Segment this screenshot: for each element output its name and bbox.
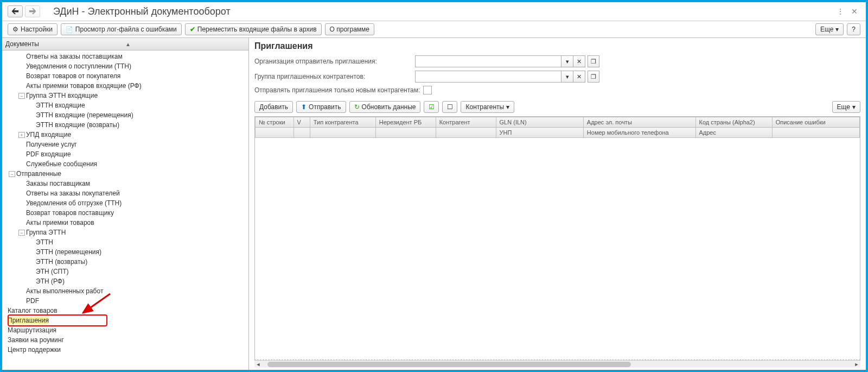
column-subheader[interactable]: [293, 128, 310, 138]
tree-item[interactable]: +УПД входящие: [2, 130, 248, 140]
kebab-icon[interactable]: ⋮: [834, 5, 846, 17]
tree-item[interactable]: Акты выполненных работ: [2, 286, 248, 296]
column-subheader[interactable]: [310, 128, 375, 138]
tree-item-label: ЭТТН входящие: [36, 102, 85, 109]
tree-item[interactable]: Возврат товаров поставщику: [2, 208, 248, 218]
dropdown-icon[interactable]: ▾: [561, 71, 573, 83]
group-input[interactable]: [415, 71, 561, 83]
main-panel: Приглашения Организация отправитель приг…: [249, 38, 866, 370]
tree-item-label: Группа ЭТТН: [26, 229, 66, 236]
column-header[interactable]: № строки: [256, 117, 294, 128]
send-button[interactable]: ⬆Отправить: [296, 101, 346, 113]
tree-item[interactable]: Каталог товаров: [2, 306, 248, 316]
tree-item[interactable]: ЭТТН входящие: [2, 100, 248, 110]
column-header[interactable]: Тип контрагента: [310, 117, 375, 128]
tree-item-label: Служебные сообщения: [26, 160, 97, 168]
tree-item-label: Заявки на роуминг: [8, 336, 64, 344]
add-button[interactable]: Добавить: [254, 101, 293, 113]
tree-item[interactable]: Возврат товаров от покупателя: [2, 71, 248, 81]
refresh-button[interactable]: ↻Обновить данные: [349, 101, 421, 113]
group-label: Группа приглашенных контратентов:: [254, 73, 412, 80]
tree-item[interactable]: ЭТН (РФ): [2, 276, 248, 286]
column-header[interactable]: Контрагент: [436, 117, 496, 128]
column-subheader[interactable]: [375, 128, 436, 138]
tree-item-label: Центр поддержки: [8, 346, 61, 354]
tree-item[interactable]: Акты приемки товаров входящие (РФ): [2, 81, 248, 91]
refresh-icon: ↻: [354, 103, 360, 111]
tree-item[interactable]: Заказы поставщикам: [2, 179, 248, 188]
tree-item-label: ЭТТН входящие (перемещения): [36, 111, 133, 119]
sender-org-input[interactable]: [415, 55, 561, 67]
tree-item[interactable]: Ответы на заказы поставщикам: [2, 52, 248, 61]
expander-icon[interactable]: −: [18, 230, 25, 236]
column-header[interactable]: Нерезидент РБ: [375, 117, 436, 128]
expander-icon[interactable]: −: [18, 93, 25, 99]
more-actions-button[interactable]: Еще ▾: [832, 101, 860, 113]
tree-item[interactable]: Центр поддержки: [2, 345, 248, 355]
nav-forward-button[interactable]: 🡲: [25, 5, 40, 17]
tree-item[interactable]: Получение услуг: [2, 140, 248, 149]
select-all-button[interactable]: ☑: [424, 101, 439, 113]
dropdown-icon[interactable]: ▾: [561, 55, 573, 67]
tree-item[interactable]: −Группа ЭТТН входящие: [2, 91, 248, 100]
tree-item[interactable]: ЭТТН (перемещения): [2, 247, 248, 257]
archive-button[interactable]: ✔Переместить входящие файлы в архив: [185, 23, 322, 35]
upload-icon: ⬆: [301, 103, 307, 111]
column-subheader[interactable]: [256, 128, 294, 138]
tree-item[interactable]: ЭТТН: [2, 237, 248, 247]
tree-item[interactable]: ЭТТН входящие (возвраты): [2, 120, 248, 130]
tree-item-label: PDF входящие: [26, 150, 71, 158]
tree-item[interactable]: Акты приемки товаров: [2, 218, 248, 228]
tree-item[interactable]: Ответы на заказы покупателей: [2, 188, 248, 198]
column-header[interactable]: Код страны (Alpha2): [695, 117, 772, 128]
tree-item-label: ЭТТН (перемещения): [36, 248, 101, 256]
sidebar-header[interactable]: Документы ▲: [2, 38, 248, 51]
tree-item[interactable]: PDF: [2, 296, 248, 306]
column-header[interactable]: V: [293, 117, 310, 128]
tree-item[interactable]: ЭТН (СПТ): [2, 267, 248, 276]
settings-button[interactable]: Настройки: [8, 23, 58, 35]
column-subheader[interactable]: УНП: [496, 128, 583, 138]
column-subheader[interactable]: [436, 128, 496, 138]
tree-item-label: ЭТТН: [36, 238, 53, 246]
document-tree[interactable]: Ответы на заказы поставщикамУведомления …: [2, 51, 248, 370]
clear-icon[interactable]: ✕: [573, 71, 585, 83]
close-icon[interactable]: ✕: [848, 5, 860, 17]
column-subheader[interactable]: [772, 128, 859, 138]
about-button[interactable]: О программе: [325, 23, 374, 35]
view-log-button[interactable]: Просмотр лог-файла с ошибками: [61, 23, 182, 35]
tree-item[interactable]: Маршрутизация: [2, 325, 248, 335]
tree-item[interactable]: Служебные сообщения: [2, 159, 248, 169]
only-new-checkbox[interactable]: [423, 86, 432, 94]
tree-item[interactable]: Заявки на роуминг: [2, 335, 248, 345]
column-subheader[interactable]: Номер мобильного телефона: [583, 128, 695, 138]
tree-item-label: Получение услуг: [26, 141, 77, 148]
tree-item[interactable]: −Отправленные: [2, 169, 248, 179]
help-button[interactable]: ?: [847, 23, 860, 35]
open-icon[interactable]: ❐: [588, 55, 599, 67]
tree-item[interactable]: ЭТТН (возвраты): [2, 257, 248, 267]
column-subheader[interactable]: Адрес: [695, 128, 772, 138]
column-header[interactable]: GLN (ILN): [496, 117, 583, 128]
column-header[interactable]: Адрес эл. почты: [583, 117, 695, 128]
expander-icon[interactable]: −: [9, 171, 15, 177]
tree-item[interactable]: PDF входящие: [2, 149, 248, 159]
tree-item[interactable]: Уведомления об отгрузке (ТТН): [2, 198, 248, 208]
tree-item[interactable]: Уведомления о поступлении (ТТН): [2, 61, 248, 71]
nav-back-button[interactable]: 🡰: [8, 5, 23, 17]
tree-item[interactable]: Приглашения: [2, 316, 248, 325]
tree-item[interactable]: ЭТТН входящие (перемещения): [2, 110, 248, 120]
tree-item-label: Возврат товаров от покупателя: [26, 72, 120, 80]
tree-item-label: Уведомления о поступлении (ТТН): [26, 62, 131, 70]
horizontal-scrollbar[interactable]: ◄ ►: [254, 360, 860, 368]
deselect-all-button[interactable]: ☐: [442, 101, 457, 113]
counterparties-button[interactable]: Контрагенты ▾: [461, 101, 514, 113]
tree-item[interactable]: −Группа ЭТТН: [2, 228, 248, 237]
column-header[interactable]: Описание ошибки: [772, 117, 859, 128]
clear-icon[interactable]: ✕: [573, 55, 585, 67]
expander-icon[interactable]: +: [18, 132, 25, 138]
sidebar: Документы ▲ Ответы на заказы поставщикам…: [2, 38, 249, 370]
open-icon[interactable]: ❐: [588, 71, 599, 83]
table-body[interactable]: [255, 138, 860, 360]
more-button[interactable]: Еще ▾: [815, 23, 844, 35]
